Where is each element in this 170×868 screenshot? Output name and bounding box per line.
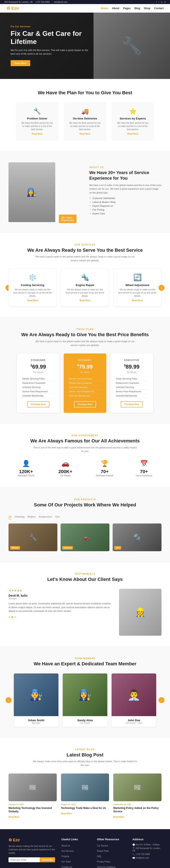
problem-solver-icon: 🔧	[21, 108, 53, 115]
youtube-icon[interactable]: yt	[164, 1, 166, 3]
project-tab-all[interactable]: All	[8, 515, 11, 519]
team-1-image: 👩‍🔧	[63, 674, 107, 716]
footer-link-services[interactable]: Our Services	[61, 850, 74, 852]
testimonial-text: ★★★★★ Devit M. kelin Manager Lorem ipsum…	[8, 589, 113, 618]
newsletter-submit-button[interactable]: Subscribe	[40, 857, 55, 862]
team-2-image: 👨‍💼	[112, 674, 156, 716]
topbar-email[interactable]: info@ezir.com	[54, 1, 68, 3]
services-next-button[interactable]: ›	[159, 285, 165, 291]
footer-description: We are always making the best service fo…	[8, 844, 55, 855]
plan-card-0-link[interactable]: Read More	[32, 133, 42, 135]
nav-home[interactable]: Home	[101, 7, 108, 10]
team-next-button[interactable]: ›	[159, 697, 165, 703]
economy-period: Per Month	[69, 371, 101, 374]
team-2-info: John Doe Car Expert - CEO	[112, 716, 156, 727]
footer-resource-2[interactable]: FAQ	[97, 855, 101, 858]
footer-link-about[interactable]: About Us	[61, 844, 70, 847]
footer-address-0: 🕐 Sun-Fri: 8:00am - 6:00pm	[132, 843, 162, 846]
blog-0-link[interactable]: Read More	[8, 816, 19, 818]
stat-2-desc: Dedicated Experts	[87, 474, 122, 477]
footer-resources-title: Other Resources	[97, 838, 126, 841]
about-list-item-0: Customer Satisfaction	[89, 197, 162, 199]
footer-resource-0[interactable]: Car Service	[97, 844, 108, 847]
team-card-1: 👩‍🔧 Sandy Alisa Car Expert	[63, 674, 107, 727]
standard-cta-button[interactable]: Purchase Now	[27, 401, 49, 407]
executive-plan-name: EXECUTIVE	[116, 359, 148, 361]
hero-content: Fix Car Services Fix Car & Get Care for …	[11, 25, 91, 66]
blog-1-image: 📰	[61, 774, 109, 801]
footer-link-projects[interactable]: Projects	[61, 855, 69, 858]
nav-logo: ⚙ Ezir	[6, 6, 19, 11]
services-label: Our Services	[8, 244, 162, 246]
standard-plan-name: STANDARD	[22, 359, 54, 361]
footer-useful-links-list: About Us Our Services Projects Our Team …	[61, 843, 90, 868]
project-tab-brakes[interactable]: Brakes	[28, 515, 36, 519]
project-tab-cleaning[interactable]: Cleaning	[15, 515, 25, 519]
blog-2-link[interactable]: Read More	[113, 816, 124, 818]
facebook-icon[interactable]: f	[156, 1, 157, 3]
service-card-0-link[interactable]: Read More	[27, 299, 38, 302]
nav-pages[interactable]: Pages	[123, 7, 130, 10]
engine-icon: 🔩	[66, 273, 105, 281]
topbar-phone[interactable]: +170 732-0480	[35, 1, 50, 3]
topbar-left: 200 Roosevelt St, London, UK +170 732-04…	[4, 1, 70, 3]
plan-card-2-title: Services by Experts	[117, 117, 149, 120]
project-tab-tyre[interactable]: Tyre	[55, 515, 60, 519]
nav-contact[interactable]: Contact	[154, 7, 164, 10]
service-card-1-link[interactable]: Read More	[80, 299, 90, 302]
testimonials-label: Testimonials	[8, 573, 162, 575]
instagram-icon[interactable]: in	[161, 1, 162, 3]
executive-cta-button[interactable]: Purchase Now	[121, 401, 143, 407]
footer-resource-1[interactable]: Repair Parts	[97, 850, 109, 852]
plan-card-2-link[interactable]: Read More	[127, 133, 138, 135]
service-card-0-desc: We are always ready to make you the best…	[13, 288, 52, 298]
nav-blog[interactable]: Blog	[134, 7, 140, 10]
about-content: About Us We Have 20+ Years of Service Ex…	[89, 166, 162, 218]
team-2-name: John Doe	[114, 719, 154, 722]
footer-link-contact[interactable]: Contact Us	[61, 866, 72, 868]
project-2-label: Tyre	[114, 546, 121, 550]
economy-features: Monthly Servicing Policy Replacement Gua…	[69, 377, 101, 398]
projects-heading: Some Of Our Projects Work Where We Helpe…	[8, 502, 162, 508]
newsletter-input[interactable]	[8, 857, 40, 862]
stats-section: Our Achievement We Are Always Famous for…	[0, 424, 170, 488]
blog-1-link[interactable]: Read More	[61, 812, 72, 815]
cooling-icon: ❄️	[13, 273, 52, 281]
dot-1[interactable]	[11, 616, 13, 618]
project-tab-suspension[interactable]: Suspension	[39, 515, 52, 519]
about-image-box: 👩‍🔧	[8, 162, 55, 222]
stat-3-number: 70+	[126, 469, 162, 474]
blog-card-2: 📰 September 29, 2021 Marketing Policy Ad…	[113, 774, 162, 818]
service-card-2-link[interactable]: Read More	[132, 299, 143, 302]
dot-2[interactable]	[14, 616, 16, 618]
price-card-economy: ECONOMY $79.99 Per Month Monthly Servici…	[64, 353, 106, 413]
executive-features: Yearly Servicing Policy Replacement Guar…	[116, 377, 148, 398]
about-list: Customer Satisfaction Latest & Modern Sh…	[89, 197, 162, 215]
footer-resource-4[interactable]: Terms & Conditions	[97, 866, 115, 868]
footer-link-team[interactable]: Our Team	[61, 861, 71, 863]
team-card-2: 👨‍💼 John Doe Car Expert - CEO	[112, 674, 156, 727]
nav-about[interactable]: About	[112, 7, 119, 10]
testimonial-quote: Lorem ipsum dolor sit amet, consectetur …	[8, 602, 113, 613]
pricing-heading: We Are Always Ready to Give You the Best…	[8, 332, 162, 338]
blog-2-image: 📰	[113, 774, 162, 801]
hero-badge: Fix Car Services	[11, 25, 91, 28]
about-description: We have a lot of seller in the global ma…	[89, 183, 162, 195]
blog-heading: Latest Blog Post	[8, 752, 162, 758]
hero-image-area: 🔧	[93, 12, 170, 79]
service-card-2: 🔄 Wheel Adjustment We are always ready t…	[113, 269, 162, 307]
hero-cta-button[interactable]: Read More	[11, 60, 30, 66]
footer-resource-3[interactable]: Privacy Policy	[97, 861, 110, 863]
executive-feature-1: Replacement Guarantee	[116, 381, 148, 385]
project-item-0: 🔧 Wheels	[8, 524, 57, 551]
about-section: 👩‍🔧 20+ YearsExperience About Us We Have…	[0, 152, 170, 233]
testimonials-heading: Let's Know About Our Client Says	[8, 577, 162, 583]
nav-shop[interactable]: Shop	[144, 7, 150, 10]
plan-card-1-link[interactable]: Read More	[80, 133, 90, 135]
footer-address-3: ✉️ info@ezir.com	[132, 857, 162, 859]
dot-0[interactable]	[8, 616, 10, 618]
blog-card-1: 📰 August 21, 2021 Technology Trade Make …	[61, 774, 109, 818]
twitter-icon[interactable]: t	[159, 1, 159, 3]
blog-2-date: September 29, 2021	[113, 803, 162, 806]
economy-cta-button[interactable]: Purchase Now	[74, 401, 96, 407]
